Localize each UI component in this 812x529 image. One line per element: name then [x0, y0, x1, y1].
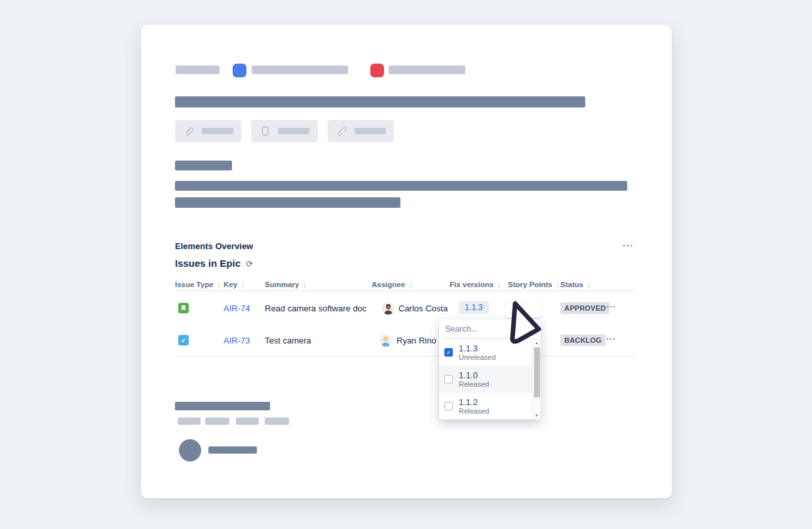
- task-icon: ✓: [178, 335, 189, 345]
- issue-summary[interactable]: Test camera: [265, 336, 311, 345]
- scroll-thumb[interactable]: [534, 347, 540, 397]
- table-header-divider: [175, 290, 636, 291]
- scroll-up-icon[interactable]: ▲: [533, 339, 541, 347]
- version-state: Unreleased: [459, 353, 495, 362]
- section-menu-icon[interactable]: ···: [623, 241, 634, 251]
- skeleton-chip-red: [370, 64, 384, 77]
- issue-key-link[interactable]: AIR-73: [223, 336, 250, 345]
- version-option[interactable]: 1.1.0 Released: [439, 366, 532, 393]
- version-option[interactable]: ✓ 1.1.3 Unreleased: [439, 339, 532, 366]
- column-menu-icon: ⋮: [496, 282, 502, 288]
- dropdown-search: [439, 319, 541, 339]
- refresh-icon[interactable]: ⟳: [246, 259, 253, 269]
- skeleton-bar: [252, 66, 348, 74]
- column-menu-icon: ⋮: [240, 282, 246, 288]
- avatar-placeholder: [179, 439, 201, 461]
- column-header-fix-versions[interactable]: Fix versions⋮: [450, 281, 502, 288]
- skeleton-label: [278, 128, 309, 134]
- check-glyph: ✓: [181, 337, 186, 344]
- column-menu-icon: ⋮: [586, 282, 592, 288]
- story-icon: [178, 303, 189, 313]
- skeleton-label: [202, 128, 233, 134]
- status-badge[interactable]: APPROVED: [560, 302, 609, 314]
- skeleton-bar: [265, 418, 289, 425]
- epic-title: Issues in Epic: [175, 258, 241, 269]
- scroll-down-icon[interactable]: ▼: [533, 412, 541, 420]
- status-badge[interactable]: BACKLOG: [560, 334, 606, 346]
- skeleton-bar: [175, 402, 270, 410]
- skeleton-label: [355, 128, 386, 134]
- skeleton-bar: [175, 161, 232, 170]
- checkbox-icon[interactable]: [444, 375, 453, 383]
- skeleton-bar: [208, 446, 257, 454]
- column-menu-icon: ⋮: [216, 282, 222, 288]
- issue-key-link[interactable]: AIR-74: [223, 304, 250, 313]
- column-menu-icon: ⋮: [301, 282, 307, 288]
- skeleton-bar: [176, 66, 220, 74]
- version-state: Released: [459, 380, 489, 389]
- link-button[interactable]: [328, 120, 394, 142]
- paperclip-icon: [184, 125, 195, 137]
- skeleton-chip-blue: [233, 64, 246, 77]
- version-label: 1.1.3: [459, 343, 495, 353]
- fix-version-tag[interactable]: 1.1.3: [459, 301, 489, 314]
- search-input[interactable]: [439, 319, 541, 339]
- skeleton-bar: [175, 197, 400, 208]
- column-menu-icon: ⋮: [408, 282, 414, 288]
- skeleton-title-bar: [175, 96, 585, 108]
- column-header-issue-type[interactable]: Issue Type⋮: [175, 281, 222, 288]
- link-icon: [336, 125, 348, 137]
- avatar: [382, 302, 395, 315]
- skeleton-bar: [205, 418, 229, 425]
- issue-summary[interactable]: Read camera software doc: [265, 304, 366, 313]
- column-header-status[interactable]: Status⋮: [560, 281, 592, 288]
- checkbox-outline-icon: [260, 125, 271, 137]
- section-title: Elements Overview: [175, 241, 253, 251]
- assignee-name: Ryan Rino: [396, 336, 436, 345]
- version-label: 1.1.0: [459, 370, 489, 380]
- version-label: 1.1.2: [459, 397, 489, 407]
- bookmark-glyph: [180, 305, 187, 311]
- avatar: [379, 334, 392, 347]
- skeleton-bar: [178, 418, 201, 425]
- inline-edit-cancel-button[interactable]: [524, 301, 541, 318]
- column-header-story-points[interactable]: Story Points⋮: [508, 281, 561, 288]
- table-bottom-divider: [175, 356, 636, 357]
- column-header-summary[interactable]: Summary⋮: [265, 281, 307, 288]
- fix-versions-dropdown: ✓ 1.1.3 Unreleased 1.1.0 Released 1.1.2 …: [439, 319, 541, 420]
- attach-button[interactable]: [175, 120, 241, 142]
- scrollbar[interactable]: ▲ ▼: [532, 339, 541, 420]
- issue-detail-card: Elements Overview ··· Issues in Epic⟳ Is…: [141, 25, 672, 498]
- skeleton-bar: [175, 181, 627, 191]
- version-state: Released: [459, 407, 489, 416]
- row-menu-icon[interactable]: ···: [606, 302, 616, 311]
- checkbox-icon[interactable]: ✓: [444, 348, 453, 357]
- column-header-key[interactable]: Key⋮: [223, 281, 246, 288]
- column-header-assignee[interactable]: Assignee⋮: [372, 281, 414, 288]
- skeleton-bar: [236, 418, 259, 425]
- inline-edit-confirm-button[interactable]: [505, 301, 522, 318]
- skeleton-bar: [389, 66, 465, 74]
- row-menu-icon[interactable]: ···: [606, 334, 616, 343]
- assignee-name: Carlos Costa: [398, 304, 448, 313]
- checkbox-icon[interactable]: [444, 402, 453, 410]
- version-option[interactable]: 1.1.2 Released: [439, 393, 532, 420]
- checkbox-button[interactable]: [251, 120, 318, 142]
